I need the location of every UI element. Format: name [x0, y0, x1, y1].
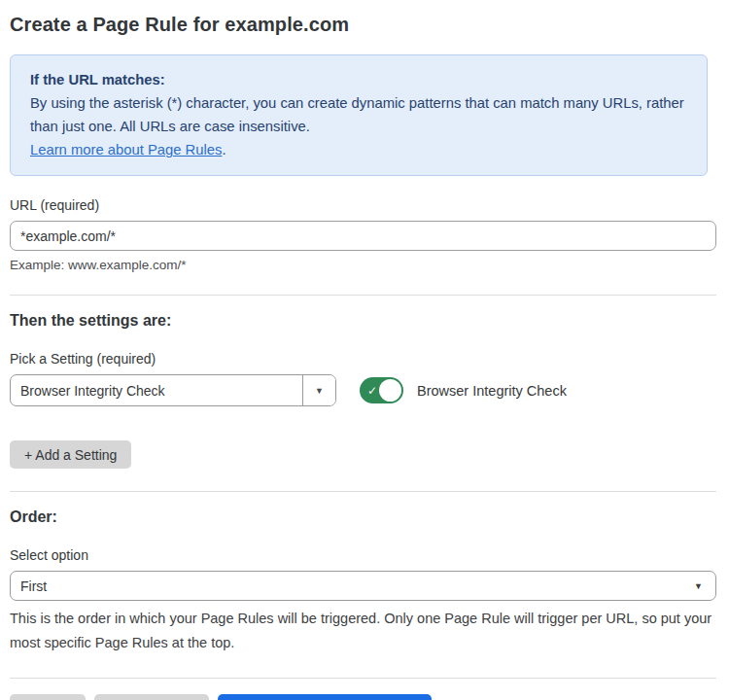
check-icon: ✓	[367, 384, 377, 398]
setting-picker-label: Pick a Setting (required)	[10, 351, 716, 367]
order-section-heading: Order:	[10, 508, 716, 526]
page-title: Create a Page Rule for example.com	[10, 14, 716, 36]
learn-more-link[interactable]: Learn more about Page Rules	[30, 142, 222, 158]
save-and-deploy-button[interactable]: Save and Deploy Page Rule	[218, 694, 432, 700]
settings-section-heading: Then the settings are:	[10, 312, 716, 330]
url-field-label: URL (required)	[10, 197, 716, 213]
page-rule-form: Create a Page Rule for example.com If th…	[0, 0, 729, 700]
setting-select-value: Browser Integrity Check	[11, 375, 302, 405]
link-period: .	[222, 142, 226, 158]
divider	[10, 295, 716, 296]
chevron-down-icon: ▼	[315, 386, 324, 396]
url-example-hint: Example: www.example.com/*	[10, 258, 716, 272]
setting-row: Browser Integrity Check ▼ ✓ Browser Inte…	[10, 374, 716, 406]
divider	[10, 678, 716, 679]
url-match-info-box: If the URL matches: By using the asteris…	[10, 54, 708, 176]
info-box-body: By using the asterisk (*) character, you…	[30, 91, 687, 138]
toggle-knob	[379, 379, 401, 402]
add-setting-button[interactable]: + Add a Setting	[10, 440, 131, 469]
order-help-text: This is the order in which your Page Rul…	[10, 607, 716, 655]
save-as-draft-button[interactable]: Save as Draft	[94, 694, 210, 700]
url-input[interactable]	[10, 221, 716, 251]
info-box-heading: If the URL matches:	[30, 68, 687, 91]
setting-select[interactable]: Browser Integrity Check ▼	[10, 374, 336, 406]
order-select-label: Select option	[10, 547, 716, 563]
order-select-value: First	[20, 578, 47, 594]
order-select[interactable]: First ▼	[10, 571, 716, 601]
cancel-button[interactable]: Cancel	[10, 694, 86, 700]
toggle-label: Browser Integrity Check	[417, 383, 567, 399]
setting-select-arrow-button[interactable]: ▼	[302, 375, 335, 405]
footer-actions: Cancel Save as Draft Save and Deploy Pag…	[10, 694, 716, 700]
browser-integrity-toggle[interactable]: ✓	[360, 377, 403, 403]
info-box-link-line: Learn more about Page Rules.	[30, 138, 687, 161]
divider	[10, 491, 716, 492]
chevron-down-icon: ▼	[694, 581, 703, 591]
